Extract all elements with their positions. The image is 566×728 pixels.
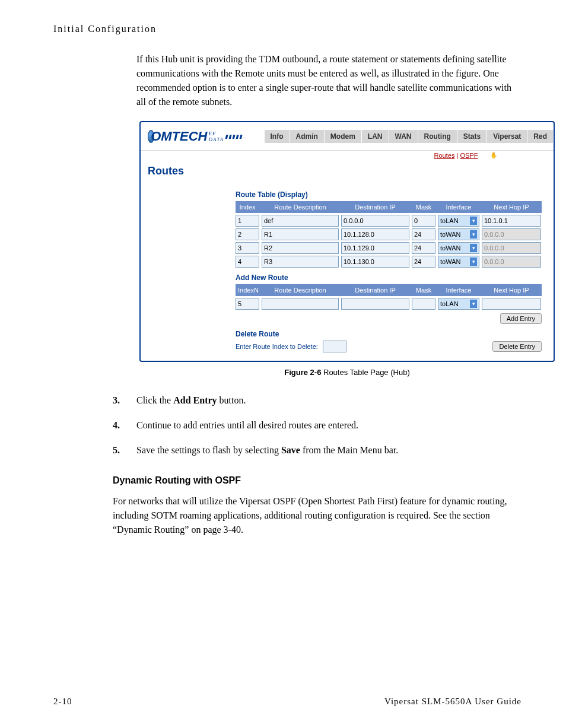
chevron-down-icon: ▾ [470, 300, 477, 308]
hdr-index: Index [236, 202, 259, 212]
footer-page-num: 2-10 [53, 697, 72, 707]
row-nh-input[interactable] [482, 215, 541, 227]
main-nav: Info Admin Modem LAN WAN Routing Stats V… [265, 130, 554, 143]
row-ifc-value: toLAN [440, 217, 459, 224]
add-entry-button[interactable]: Add Entry [500, 313, 542, 324]
row-nh-input[interactable] [482, 256, 541, 268]
dynamic-routing-subhead: Dynamic Routing with OSPF [113, 475, 513, 486]
delete-index-input[interactable] [323, 341, 346, 352]
table-row: toWAN▾ [236, 256, 542, 268]
step-5-text: Save the settings to flash by selecting … [136, 443, 398, 457]
nav-modem[interactable]: Modem [325, 130, 361, 143]
row-ifc-value: toWAN [440, 231, 460, 238]
hdr2-index: IndexN [236, 285, 259, 295]
hdr2-nh: Next Hop IP [482, 285, 541, 295]
delete-entry-button[interactable]: Delete Entry [492, 341, 542, 352]
step-num-4: 4. [113, 418, 136, 433]
app-header-bar: OMTECH EF DATA ▮▮▮▮▮.. Info Admin Modem … [141, 122, 554, 151]
page-header: Initial Configuration [53, 24, 513, 34]
row-nh-input[interactable] [482, 228, 541, 240]
row-dest-input[interactable] [341, 256, 409, 268]
add-route-title: Add New Route [236, 274, 542, 282]
subnav-routes-link[interactable]: Routes [434, 152, 455, 159]
brand-logo: OMTECH [151, 129, 207, 144]
row-mask-input[interactable] [412, 215, 435, 227]
row-mask-input[interactable] [412, 228, 435, 240]
hdr2-desc: Route Description [262, 285, 339, 295]
page-footer: 2-10 Vipersat SLM-5650A User Guide [53, 697, 522, 707]
row-index-input[interactable] [236, 228, 259, 240]
row-dest-input[interactable] [341, 228, 409, 240]
step-5: 5. Save the settings to flash by selecti… [113, 443, 513, 457]
row-index-input[interactable] [236, 242, 259, 254]
add-desc-input[interactable] [262, 298, 339, 310]
delete-route-row: Enter Route Index to Delete: Delete Entr… [236, 341, 542, 352]
hdr-ifc: Interface [438, 202, 479, 212]
row-ifc-select[interactable]: toWAN▾ [438, 256, 479, 268]
row-mask-input[interactable] [412, 256, 435, 268]
nav-vipersat[interactable]: Vipersat [487, 130, 527, 143]
nav-admin[interactable]: Admin [290, 130, 324, 143]
hdr2-mask: Mask [412, 285, 435, 295]
step-4: 4. Continue to add entries until all des… [113, 418, 513, 433]
add-index-input[interactable] [236, 298, 259, 310]
table-row: toWAN▾ [236, 228, 542, 240]
footer-guide-title: Vipersat SLM-5650A User Guide [384, 697, 522, 707]
step-4-text: Continue to add entries until all desire… [136, 418, 358, 433]
step-3: 3. Click the Add Entry button. [113, 393, 513, 408]
section-routes: Routes [141, 161, 554, 181]
nav-wan[interactable]: WAN [389, 130, 418, 143]
row-desc-input[interactable] [262, 228, 339, 240]
nav-red[interactable]: Red [527, 130, 553, 143]
brand-sub: EF DATA [209, 131, 224, 142]
row-dest-input[interactable] [341, 242, 409, 254]
row-index-input[interactable] [236, 256, 259, 268]
sub-nav: Routes | OSPF ✋ [378, 151, 554, 161]
row-index-input[interactable] [236, 215, 259, 227]
table-row: toWAN▾ [236, 242, 542, 254]
table-row: toLAN▾ [236, 215, 542, 227]
subnav-ospf-link[interactable]: OSPF [460, 152, 478, 159]
row-desc-input[interactable] [262, 242, 339, 254]
brand-main: OMTECH [151, 129, 207, 144]
hdr-nh: Next Hop IP [482, 202, 541, 212]
row-ifc-select[interactable]: toWAN▾ [438, 228, 479, 240]
panel-body: Route Table (Display) Index Route Descri… [141, 181, 554, 361]
add-ifc-value: toLAN [440, 300, 459, 307]
add-route-row: toLAN▾ [236, 298, 542, 310]
step-3-text: Click the Add Entry button. [136, 393, 246, 408]
hdr-mask: Mask [412, 202, 435, 212]
chevron-down-icon: ▾ [470, 257, 477, 266]
row-ifc-select[interactable]: toWAN▾ [438, 242, 479, 254]
dynamic-routing-paragraph: For networks that will utilize the Viper… [113, 494, 513, 537]
chevron-down-icon: ▾ [470, 230, 477, 239]
figure-caption-text: Routes Table Page (Hub) [321, 368, 409, 377]
row-nh-input[interactable] [482, 242, 541, 254]
nav-stats[interactable]: Stats [457, 130, 486, 143]
hdr2-dest: Destination IP [341, 285, 409, 295]
row-desc-input[interactable] [262, 256, 339, 268]
add-dest-input[interactable] [341, 298, 409, 310]
routes-table-figure: OMTECH EF DATA ▮▮▮▮▮.. Info Admin Modem … [139, 121, 555, 362]
nav-routing[interactable]: Routing [418, 130, 457, 143]
cursor-icon: ✋ [490, 152, 497, 158]
hdr-desc: Route Description [262, 202, 339, 212]
nav-info[interactable]: Info [265, 130, 290, 143]
chevron-down-icon: ▾ [470, 244, 477, 252]
route-table-title: Route Table (Display) [236, 190, 542, 199]
add-mask-input[interactable] [412, 298, 435, 310]
add-nh-input[interactable] [482, 298, 541, 310]
brand-bars: ▮▮▮▮▮.. [225, 133, 247, 139]
add-ifc-select[interactable]: toLAN▾ [438, 298, 479, 310]
delete-route-title: Delete Route [236, 330, 542, 338]
figure-caption: Figure 2-6 Routes Table Page (Hub) [139, 368, 555, 377]
route-table-rows: toLAN▾toWAN▾toWAN▾toWAN▾ [236, 215, 542, 268]
row-mask-input[interactable] [412, 242, 435, 254]
row-dest-input[interactable] [341, 215, 409, 227]
nav-lan[interactable]: LAN [362, 130, 389, 143]
delete-label: Enter Route Index to Delete: [236, 343, 318, 350]
chevron-down-icon: ▾ [470, 217, 477, 225]
step-num-5: 5. [113, 443, 136, 457]
row-ifc-select[interactable]: toLAN▾ [438, 215, 479, 227]
row-desc-input[interactable] [262, 215, 339, 227]
